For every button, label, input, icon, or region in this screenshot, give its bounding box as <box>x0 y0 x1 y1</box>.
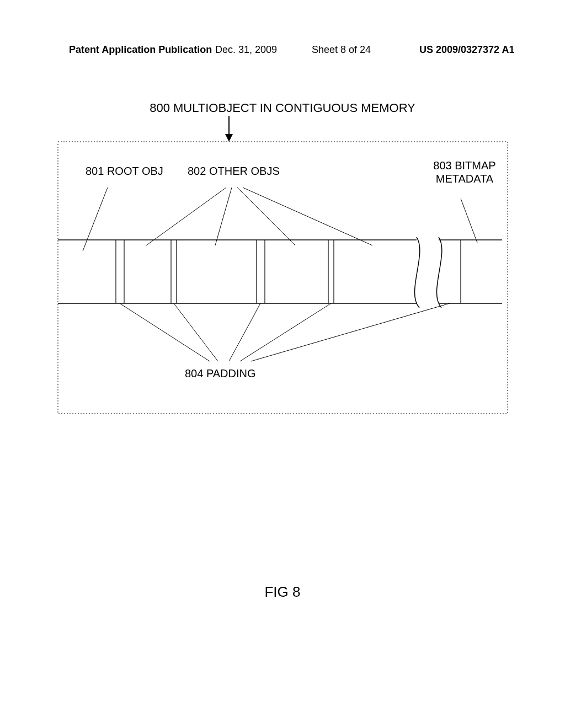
svg-line-26 <box>251 303 450 361</box>
label-other-objs: 802 OTHER OBJS <box>188 164 280 178</box>
header-pubnum: US 2009/0327372 A1 <box>419 44 514 56</box>
svg-line-25 <box>240 303 331 361</box>
header-date: Dec. 31, 2009 <box>215 44 277 56</box>
svg-line-17 <box>146 188 226 245</box>
figure-caption: FIG 8 <box>0 584 565 601</box>
label-bitmap-metadata: 803 BITMAP METADATA <box>423 159 506 185</box>
label-padding: 804 PADDING <box>185 367 256 380</box>
figure-title: 800 MULTIOBJECT IN CONTIGUOUS MEMORY <box>0 101 565 115</box>
label-bitmap-line1: 803 BITMAP <box>433 159 495 172</box>
svg-line-16 <box>83 188 108 251</box>
svg-line-19 <box>237 188 295 245</box>
header-sheet: Sheet 8 of 24 <box>312 44 371 56</box>
svg-line-24 <box>229 303 260 361</box>
header-publication: Patent Application Publication <box>69 44 212 56</box>
svg-line-21 <box>461 199 477 243</box>
label-root-obj: 801 ROOT OBJ <box>86 164 163 178</box>
label-bitmap-line2: METADATA <box>436 173 493 185</box>
svg-line-20 <box>243 188 372 245</box>
figure-diagram: 801 ROOT OBJ 802 OTHER OBJS 803 BITMAP M… <box>52 116 513 419</box>
svg-line-18 <box>215 188 232 245</box>
svg-marker-2 <box>225 134 233 142</box>
